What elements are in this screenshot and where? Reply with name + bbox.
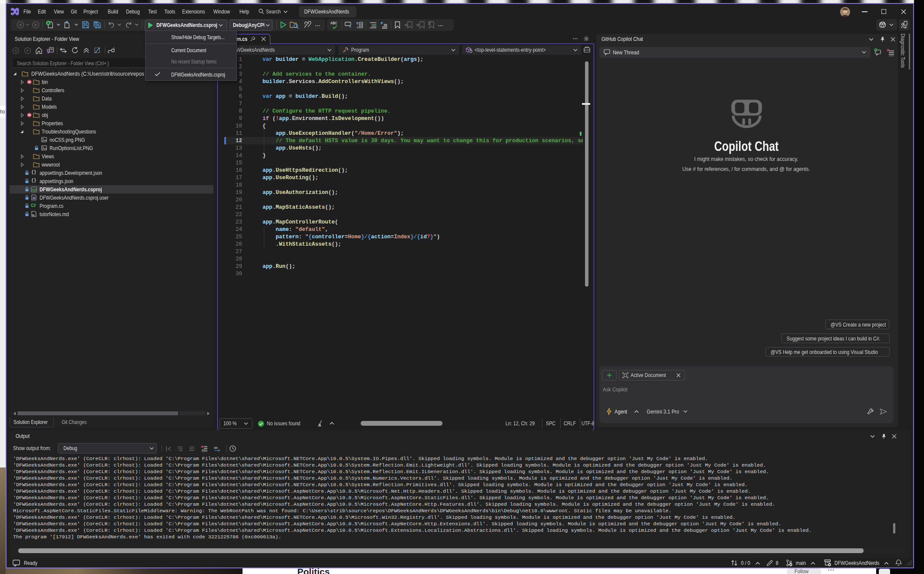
- svg-text:ab: ab: [214, 446, 218, 450]
- svg-text:C#: C#: [32, 188, 36, 192]
- svg-text:M↓: M↓: [32, 214, 36, 217]
